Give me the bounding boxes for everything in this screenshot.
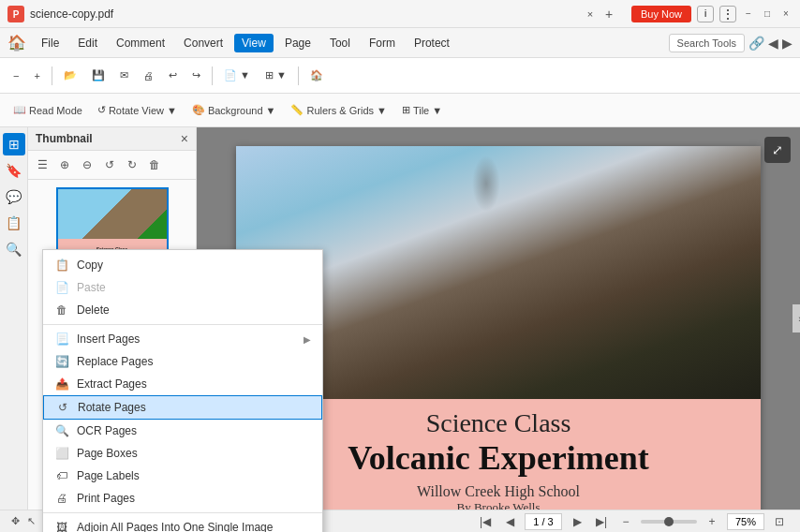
save-btn[interactable]: 💾 bbox=[86, 66, 111, 84]
dropdown4-icon: ▼ bbox=[432, 105, 442, 116]
adjoin-icon: 🖼 bbox=[54, 520, 69, 532]
separator2 bbox=[212, 66, 213, 85]
tile-icon: ⊞ bbox=[402, 104, 410, 116]
statusbar-right: |◀ ◀ ▶ ▶| − + ⊡ bbox=[476, 513, 789, 530]
close-button[interactable]: × bbox=[779, 7, 793, 21]
thumb-menu-btn[interactable]: ☰ bbox=[32, 155, 52, 175]
page-labels-icon: 🏷 bbox=[54, 468, 69, 483]
minimize-button[interactable]: − bbox=[742, 7, 755, 21]
menu-protect[interactable]: Protect bbox=[407, 34, 457, 52]
extract-pages-icon: 📤 bbox=[54, 377, 69, 392]
replace-pages-icon: 🔄 bbox=[54, 354, 69, 369]
copy-icon: 📋 bbox=[54, 258, 69, 273]
tab-close-btn[interactable]: × bbox=[583, 7, 598, 22]
thumb-delete-btn[interactable]: 🗑 bbox=[144, 155, 165, 175]
ctx-print-pages[interactable]: 🖨 Print Pages bbox=[43, 487, 322, 510]
rotate-view-btn[interactable]: ↺ Rotate View ▼ bbox=[92, 101, 183, 119]
collapse-panel-btn[interactable]: › bbox=[793, 304, 800, 332]
search-tools-input[interactable]: Search Tools bbox=[669, 34, 745, 52]
sidebar-thumbnail-btn[interactable]: ⊞ bbox=[3, 133, 25, 155]
open-file-btn[interactable]: 📂 bbox=[58, 66, 82, 84]
sidebar-layers-btn[interactable]: 📋 bbox=[3, 212, 25, 234]
context-menu: 📋 Copy 📄 Paste 🗑 Delete 📃 Insert Pages ▶… bbox=[42, 249, 323, 532]
page-settings-btn[interactable]: 📄 ▼ bbox=[218, 66, 256, 84]
menu-icon[interactable]: ⋮ bbox=[719, 6, 736, 22]
home-btn[interactable]: 🏠 bbox=[304, 66, 329, 84]
restore-button[interactable]: □ bbox=[761, 7, 774, 21]
page-number-input[interactable] bbox=[525, 513, 562, 530]
ctx-ocr-pages[interactable]: 🔍 OCR Pages bbox=[43, 420, 322, 442]
zoom-in-btn[interactable]: + bbox=[703, 513, 721, 530]
ctx-adjoin[interactable]: 🖼 Adjoin All Pages Into One Single Image bbox=[43, 516, 322, 532]
info-icon[interactable]: i bbox=[697, 6, 714, 22]
sidebar-bookmark-btn[interactable]: 🔖 bbox=[3, 159, 25, 182]
new-tab-btn[interactable]: + bbox=[601, 7, 616, 22]
app-icon: P bbox=[7, 6, 24, 22]
thumb-refresh-btn[interactable]: ↻ bbox=[122, 155, 142, 175]
thumbnail-toolbar: ☰ ⊕ ⊖ ↺ ↻ 🗑 bbox=[28, 151, 196, 180]
ctx-paste: 📄 Paste bbox=[43, 276, 322, 299]
fit-page-btn[interactable]: ⊡ bbox=[770, 513, 789, 530]
external-link-icon[interactable]: 🔗 bbox=[748, 36, 764, 51]
print-pages-icon: 🖨 bbox=[54, 491, 69, 506]
zoom-out-btn[interactable]: − bbox=[616, 513, 635, 530]
thumb-zoom-out-btn[interactable]: ⊖ bbox=[77, 155, 97, 175]
redo-btn[interactable]: ↪ bbox=[186, 66, 206, 84]
menu-tool[interactable]: Tool bbox=[322, 34, 358, 52]
thumbnail-header: Thumbnail × bbox=[28, 127, 196, 151]
file-menu-icon: 🏠 bbox=[7, 34, 26, 52]
zoom-in-btn[interactable]: + bbox=[28, 67, 45, 84]
menu-form[interactable]: Form bbox=[362, 34, 403, 52]
separator3 bbox=[298, 66, 299, 85]
back-icon[interactable]: ◀ bbox=[768, 36, 778, 51]
forward-icon[interactable]: ▶ bbox=[782, 36, 793, 51]
menubar: 🏠 File Edit Comment Convert View Page To… bbox=[0, 28, 800, 58]
ctx-replace-pages[interactable]: 🔄 Replace Pages bbox=[43, 350, 322, 373]
ctx-rotate-pages[interactable]: ↺ Rotate Pages bbox=[43, 395, 322, 420]
cursor-icon: ✥ bbox=[11, 515, 20, 527]
email-btn[interactable]: ✉ bbox=[114, 66, 134, 84]
thumb-rotate-btn[interactable]: ↺ bbox=[99, 155, 120, 175]
menu-convert[interactable]: Convert bbox=[176, 34, 230, 52]
rotate-icon: ↺ bbox=[97, 104, 106, 116]
background-icon: 🎨 bbox=[192, 104, 205, 116]
dropdown2-icon: ▼ bbox=[266, 105, 276, 116]
rulers-grids-btn[interactable]: 📏 Rulers & Grids ▼ bbox=[285, 101, 392, 119]
thumb-zoom-in-btn[interactable]: ⊕ bbox=[54, 155, 75, 175]
zoom-out-btn[interactable]: − bbox=[7, 67, 24, 84]
separator-1 bbox=[43, 324, 322, 325]
last-page-btn[interactable]: ▶| bbox=[592, 513, 611, 530]
first-page-btn[interactable]: |◀ bbox=[476, 513, 495, 530]
sidebar-search-btn[interactable]: 🔍 bbox=[3, 238, 25, 260]
zoom-slider[interactable] bbox=[641, 520, 697, 524]
cursor2-icon: ↖ bbox=[27, 515, 36, 527]
ctx-copy[interactable]: 📋 Copy bbox=[43, 254, 322, 276]
titlebar-filename: science-copy.pdf bbox=[30, 7, 583, 21]
separator-2 bbox=[43, 512, 322, 513]
ctx-delete[interactable]: 🗑 Delete bbox=[43, 299, 322, 321]
menu-view[interactable]: View bbox=[234, 34, 274, 52]
menu-comment[interactable]: Comment bbox=[109, 34, 172, 52]
print-btn[interactable]: 🖨 bbox=[138, 67, 159, 84]
display-settings-btn[interactable]: ⊞ ▼ bbox=[259, 66, 292, 84]
undo-btn[interactable]: ↩ bbox=[163, 66, 183, 84]
zoom-level-input[interactable] bbox=[727, 513, 764, 530]
next-page-btn[interactable]: ▶ bbox=[568, 513, 586, 530]
menu-file[interactable]: File bbox=[34, 34, 67, 52]
buy-now-button[interactable]: Buy Now bbox=[631, 6, 691, 22]
ctx-insert-pages[interactable]: 📃 Insert Pages ▶ bbox=[43, 328, 322, 350]
background-btn[interactable]: 🎨 Background ▼ bbox=[186, 101, 282, 119]
sidebar-comment-btn[interactable]: 💬 bbox=[3, 185, 25, 208]
paste-icon: 📄 bbox=[54, 280, 69, 295]
ctx-extract-pages[interactable]: 📤 Extract Pages bbox=[43, 373, 322, 395]
prev-page-btn[interactable]: ◀ bbox=[500, 513, 519, 530]
ctx-page-boxes[interactable]: ⬜ Page Boxes bbox=[43, 442, 322, 465]
menu-edit[interactable]: Edit bbox=[70, 34, 105, 52]
menu-page[interactable]: Page bbox=[277, 34, 319, 52]
separator bbox=[52, 66, 52, 85]
expand-btn[interactable]: ⤢ bbox=[764, 137, 791, 163]
read-mode-btn[interactable]: 📖 Read Mode bbox=[7, 101, 88, 119]
thumbnail-close-btn[interactable]: × bbox=[181, 131, 188, 146]
tile-btn[interactable]: ⊞ Tile ▼ bbox=[396, 101, 448, 119]
ctx-page-labels[interactable]: 🏷 Page Labels bbox=[43, 465, 322, 487]
